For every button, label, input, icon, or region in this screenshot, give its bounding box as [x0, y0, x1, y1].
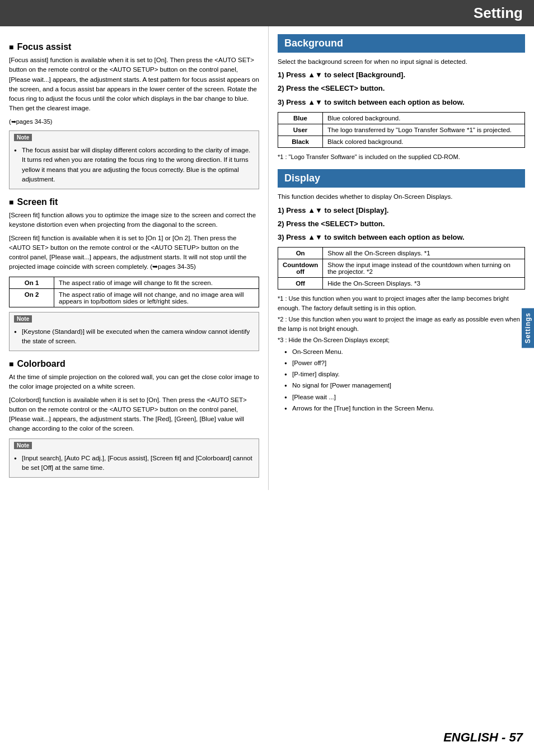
focus-assist-note-item: The focus assist bar will display differ…: [14, 146, 254, 184]
display-table: On Show all the On-Screen displays. *1 C…: [278, 247, 525, 290]
main-content: Focus assist [Focus assist] function is …: [0, 26, 534, 490]
focus-assist-note-list: The focus assist bar will display differ…: [14, 146, 254, 184]
screen-fit-note: Note [Keystone (Standard)] will be execu…: [9, 312, 259, 352]
table-row: Black Black colored background.: [278, 136, 525, 147]
page-header: Setting: [0, 0, 534, 26]
screen-fit-note-list: [Keystone (Standard)] will be executed w…: [14, 327, 254, 347]
screen-fit-on1-desc: The aspect ratio of image will change to…: [54, 277, 259, 288]
asterisk3-item-3: No signal for [Power management]: [284, 381, 525, 390]
settings-sidebar-tab: Settings: [522, 308, 534, 348]
background-user-label: User: [278, 124, 323, 136]
colorboard-section: Colorboard At the time of simple project…: [9, 359, 259, 478]
display-footnote1: *1 : Use this function when you want to …: [278, 294, 525, 312]
table-row: Countdown off Show the input image inste…: [278, 259, 525, 278]
left-column: Focus assist [Focus assist] function is …: [0, 26, 269, 490]
background-user-desc: The logo transferred by "Logo Transfer S…: [323, 124, 525, 136]
focus-assist-heading: Focus assist: [9, 42, 259, 52]
display-section: Display This function decides whether to…: [278, 169, 525, 413]
colorboard-body2: [Colorbord] function is available when i…: [9, 395, 259, 434]
table-row: User The logo transferred by "Logo Trans…: [278, 124, 525, 136]
display-off-desc: Hide the On-Screen Displays. *3: [323, 278, 525, 290]
background-step3: 3) Press ▲▼ to switch between each optio…: [278, 97, 525, 108]
background-black-label: Black: [278, 136, 323, 147]
background-step1: 1) Press ▲▼ to select [Background].: [278, 70, 525, 80]
screen-fit-section: Screen fit [Screen fit] function allows …: [9, 197, 259, 351]
asterisk3-item-5: Arrows for the [True] function in the Sc…: [284, 404, 525, 413]
display-countdown-label: Countdown off: [278, 259, 323, 278]
colorboard-heading: Colorboard: [9, 359, 259, 369]
screen-fit-note-label: Note: [14, 315, 32, 323]
table-row: On 2 The aspect ratio of image will not …: [10, 288, 259, 307]
screen-fit-body1: [Screen fit] function allows you to opti…: [9, 211, 259, 230]
right-column: Background Select the background screen …: [269, 26, 534, 490]
display-steps: 1) Press ▲▼ to select [Display]. 2) Pres…: [278, 206, 525, 243]
background-body: Select the background screen for when no…: [278, 57, 525, 67]
background-blue-label: Blue: [278, 112, 323, 124]
display-countdown-desc: Show the input image instead of the coun…: [323, 259, 525, 278]
display-body: This function decides whether to display…: [278, 192, 525, 202]
background-section: Background Select the background screen …: [278, 34, 525, 161]
background-blue-desc: Blue colored background.: [323, 112, 525, 124]
page-footer: ENGLISH - 57: [443, 730, 523, 745]
screen-fit-on2-label: On 2: [10, 288, 54, 307]
focus-assist-note-label: Note: [14, 134, 32, 141]
display-step3: 3) Press ▲▼ to switch between each optio…: [278, 232, 525, 242]
focus-assist-section: Focus assist [Focus assist] function is …: [9, 42, 259, 189]
asterisk3-item-4: [Please wait ...]: [284, 393, 525, 402]
asterisk3-item-0: On-Screen Menu.: [284, 347, 525, 357]
asterisk3-list: On-Screen Menu. [Power off?] [P-timer] d…: [278, 347, 525, 414]
display-footnote3: *3 : Hide the On-Screen Displays except;: [278, 335, 525, 345]
table-row: On Show all the On-Screen displays. *1: [278, 248, 525, 259]
screen-fit-on1-label: On 1: [10, 277, 54, 288]
colorboard-note-label: Note: [14, 442, 32, 449]
colorboard-note-list: [Input search], [Auto PC adj.], [Focus a…: [14, 454, 254, 473]
screen-fit-on2-desc: The aspect ratio of image will not chang…: [54, 288, 259, 307]
display-step2: 2) Press the <SELECT> button.: [278, 219, 525, 229]
screen-fit-body2: [Screen fit] function is available when …: [9, 234, 259, 272]
asterisk3-item-2: [P-timer] display.: [284, 370, 525, 379]
asterisk3-item-1: [Power off?]: [284, 358, 525, 368]
colorboard-note: Note [Input search], [Auto PC adj.], [Fo…: [9, 438, 259, 478]
background-table: Blue Blue colored background. User The l…: [278, 112, 525, 148]
background-step2: 2) Press the <SELECT> button.: [278, 83, 525, 94]
focus-assist-body: [Focus assist] function is available whe…: [9, 55, 259, 114]
background-heading: Background: [278, 34, 525, 53]
background-footnote: *1 : "Logo Transfer Software" is include…: [278, 152, 525, 162]
display-on-desc: Show all the On-Screen displays. *1: [323, 248, 525, 259]
footer-text: ENGLISH - 57: [443, 730, 523, 744]
header-title: Setting: [474, 4, 523, 21]
display-footnote2: *2 : Use this function when you want to …: [278, 315, 525, 333]
focus-assist-pages-ref: (➥pages 34-35): [9, 117, 259, 127]
screen-fit-table: On 1 The aspect ratio of image will chan…: [9, 277, 259, 307]
colorboard-note-item: [Input search], [Auto PC adj.], [Focus a…: [14, 454, 254, 473]
display-step1: 1) Press ▲▼ to select [Display].: [278, 206, 525, 216]
display-heading: Display: [278, 169, 525, 188]
background-steps: 1) Press ▲▼ to select [Background]. 2) P…: [278, 70, 525, 108]
colorboard-body1: At the time of simple projection on the …: [9, 372, 259, 392]
focus-assist-note: Note The focus assist bar will display d…: [9, 130, 259, 189]
screen-fit-note-item: [Keystone (Standard)] will be executed w…: [14, 327, 254, 347]
background-black-desc: Black colored background.: [323, 136, 525, 147]
display-on-label: On: [278, 248, 323, 259]
table-row: On 1 The aspect ratio of image will chan…: [10, 277, 259, 288]
screen-fit-heading: Screen fit: [9, 197, 259, 207]
display-off-label: Off: [278, 278, 323, 290]
table-row: Blue Blue colored background.: [278, 112, 525, 124]
table-row: Off Hide the On-Screen Displays. *3: [278, 278, 525, 290]
